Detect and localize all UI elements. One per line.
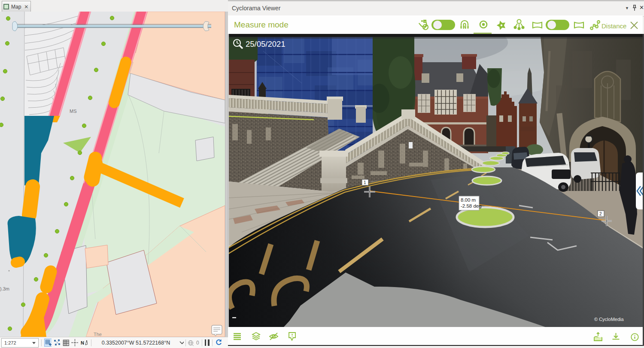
svg-text:The: The [94,332,102,337]
svg-text:© CycloMedia: © CycloMedia [594,317,624,322]
svg-text:2: 2 [599,212,602,216]
svg-text:25/05/2021: 25/05/2021 [246,39,286,48]
svg-text:8.00 m: 8.00 m [461,197,476,203]
svg-text:-2.58 deg: -2.58 deg [461,203,482,209]
svg-text:).3m: ).3m [0,286,9,291]
svg-text:N: N [81,340,84,345]
svg-text:1: 1 [364,180,366,185]
svg-text:MS: MS [70,109,77,114]
